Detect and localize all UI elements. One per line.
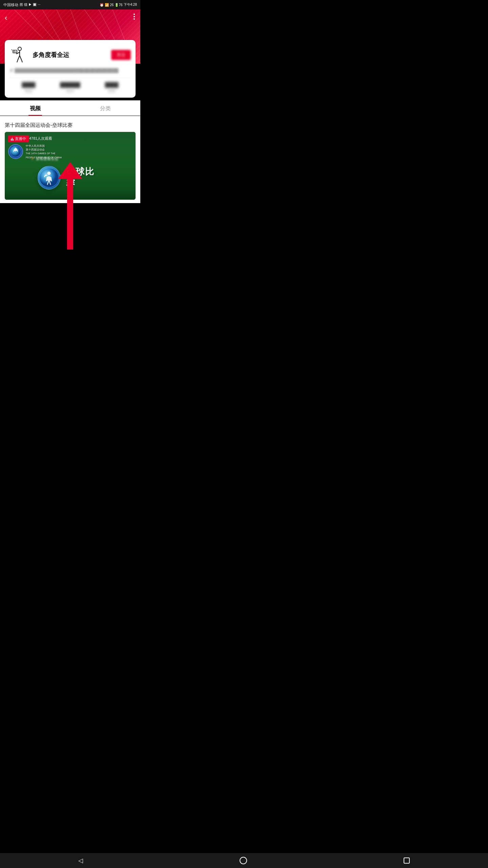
- stats-row: ████ 视频 ██████ 粉丝 ████ 获赞: [9, 78, 131, 94]
- account-card: 多角度看全运 关注 赛 ████████████████████████████…: [5, 40, 136, 98]
- annotation-arrow: [58, 163, 82, 250]
- svg-rect-0: [9, 45, 28, 64]
- account-desc: 赛 ████████████████████████████████████: [9, 68, 131, 74]
- status-bar: 中国移动 图 猫 ▶ 🔲 ··· ⏰ 📶 26 🔋76 下午4:28: [0, 0, 140, 9]
- arrow-shaft: [67, 179, 73, 250]
- app-icons: 图 猫 ▶ 🔲 ···: [20, 2, 40, 7]
- games-logos-row: 中华人民共和国第十四届运动会THE 14TH GAMES OF THEPEOPL…: [8, 144, 62, 159]
- viewers-count: 4781人次观看: [29, 136, 52, 141]
- alarm-icon: ⏰: [100, 3, 104, 7]
- games-emblem-svg: [9, 145, 22, 158]
- stat-fans-label: 粉丝: [66, 88, 74, 94]
- stat-likes-label: 获赞: [108, 88, 116, 94]
- signal-strength: 26: [110, 3, 114, 7]
- carrier-label: 中国移动: [3, 2, 18, 7]
- time-display: 下午4:28: [124, 2, 137, 7]
- stat-videos-number: ████: [22, 82, 36, 87]
- tab-video[interactable]: 视频: [0, 100, 70, 116]
- tab-category[interactable]: 分类: [70, 100, 140, 116]
- tabs-container: 视频 分类: [0, 100, 140, 116]
- account-top: 多角度看全运 关注: [9, 45, 131, 64]
- channel-logo: 🏃 多角度看全运: [30, 156, 58, 161]
- live-bar-3: [13, 139, 14, 141]
- stat-videos-label: 视频: [25, 88, 32, 94]
- stat-fans: ██████ 粉丝: [60, 82, 80, 94]
- arrow-head: [58, 162, 82, 179]
- stat-fans-number: ██████: [60, 82, 80, 87]
- follow-button[interactable]: 关注: [111, 50, 131, 60]
- games-emblem: [8, 144, 23, 159]
- video-title: 第十四届全国运动会-垒球比赛: [5, 121, 136, 129]
- more-dot-2: [134, 16, 135, 17]
- tab-category-label: 分类: [100, 105, 111, 111]
- tab-video-label: 视频: [30, 105, 41, 111]
- back-button[interactable]: ‹: [5, 14, 7, 22]
- live-badge: 直播中: [8, 135, 29, 142]
- wifi-icon: 📶: [105, 3, 109, 7]
- stat-likes-number: ████: [105, 82, 119, 87]
- live-icon: [11, 137, 14, 141]
- stat-likes: ████ 获赞: [105, 82, 119, 94]
- sport-ball-icon: [38, 166, 61, 190]
- more-dot-3: [134, 18, 135, 20]
- live-label: 直播中: [15, 136, 26, 141]
- sport-ball-svg: [39, 168, 59, 188]
- stat-videos: ████ 视频: [22, 82, 36, 94]
- more-button[interactable]: [134, 14, 135, 20]
- status-right: ⏰ 📶 26 🔋76 下午4:28: [100, 2, 137, 7]
- status-left: 中国移动 图 猫 ▶ 🔲 ···: [3, 2, 40, 7]
- battery-level: 🔋76: [115, 3, 122, 7]
- avatar: [9, 45, 28, 64]
- more-dot-1: [134, 14, 135, 15]
- live-bar-2: [12, 138, 13, 141]
- account-name: 多角度看全运: [33, 51, 107, 59]
- cameraman-icon: [9, 45, 28, 64]
- live-bar-1: [11, 139, 12, 141]
- svg-point-14: [47, 172, 51, 175]
